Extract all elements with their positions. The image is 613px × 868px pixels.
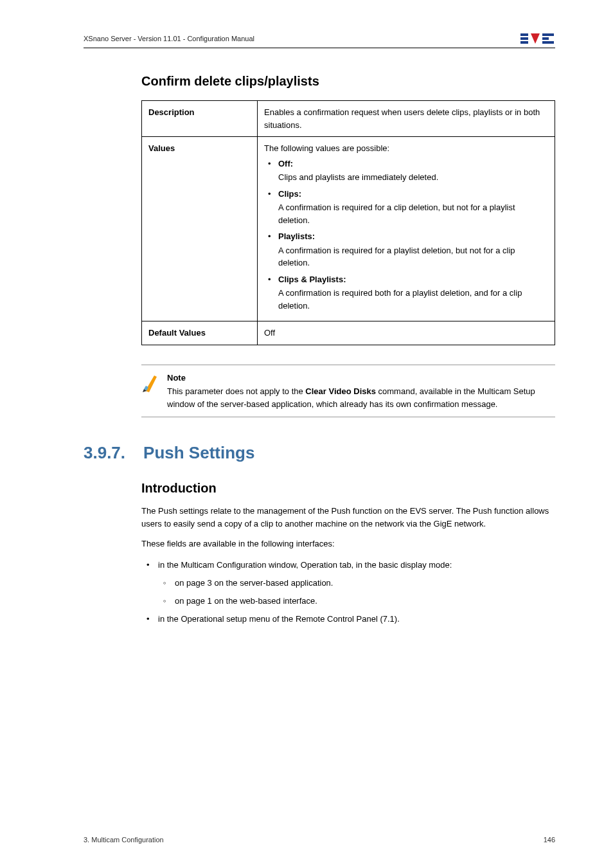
value-desc: A confirmation is required for a clip de… <box>278 201 548 226</box>
svg-rect-5 <box>542 37 549 40</box>
value-desc: Clips and playlists are immediately dele… <box>278 171 548 184</box>
chapter-title: Push Settings <box>143 443 254 463</box>
interfaces-list: in the Multicam Configuration window, Op… <box>141 558 555 626</box>
value-desc: A confirmation is required for a playlis… <box>278 244 548 269</box>
values-intro: The following values are possible: <box>264 142 548 155</box>
cell-label-values: Values <box>142 137 258 321</box>
list-item: Clips & Playlists: A confirmation is req… <box>264 273 548 312</box>
chapter-heading: 3.9.7. Push Settings <box>84 443 555 463</box>
cell-value-values: The following values are possible: Off: … <box>258 137 555 321</box>
svg-rect-4 <box>542 33 554 36</box>
cell-label-default: Default Values <box>142 321 258 345</box>
svg-marker-3 <box>531 33 540 44</box>
svg-rect-6 <box>542 41 554 44</box>
value-desc: A confirmation is required both for a pl… <box>278 287 548 312</box>
chapter-number: 3.9.7. <box>84 443 125 463</box>
svg-rect-2 <box>520 41 528 44</box>
intro-paragraph-1: The Push settings relate to the manageme… <box>141 505 555 530</box>
note-text-bold: Clear Video Disks <box>305 386 376 396</box>
svg-rect-1 <box>520 37 528 40</box>
doc-title: XSnano Server - Version 11.01 - Configur… <box>84 35 254 42</box>
list-item: Clips: A confirmation is required for a … <box>264 188 548 227</box>
table-row: Description Enables a confirmation reque… <box>142 101 555 137</box>
footer: 3. Multicam Configuration 146 <box>84 836 555 844</box>
list-item: Off: Clips and playlists are immediately… <box>264 158 548 184</box>
note-body: Note This parameter does not apply to th… <box>167 372 550 411</box>
list-item: on page 1 on the web-based interface. <box>158 594 555 608</box>
evs-logo <box>520 32 555 45</box>
cell-value-default: Off <box>258 321 555 345</box>
table-row: Values The following values are possible… <box>142 137 555 321</box>
note-block: Note This parameter does not apply to th… <box>141 365 555 418</box>
table-row: Default Values Off <box>142 321 555 345</box>
footer-left: 3. Multicam Configuration <box>84 836 164 844</box>
cell-value-description: Enables a confirmation request when user… <box>258 101 555 137</box>
intro-paragraph-2: These fields are available in the follow… <box>141 538 555 550</box>
svg-rect-0 <box>520 33 528 36</box>
cell-label-description: Description <box>142 101 258 137</box>
list-item: in the Operational setup menu of the Rem… <box>141 612 555 626</box>
value-name: Off: <box>278 158 548 170</box>
value-name: Clips & Playlists: <box>278 273 548 286</box>
value-name: Clips: <box>278 188 548 201</box>
list-item: Playlists: A confirmation is required fo… <box>264 230 548 269</box>
header-bar: XSnano Server - Version 11.01 - Configur… <box>84 32 555 48</box>
values-list: Off: Clips and playlists are immediately… <box>264 158 548 312</box>
note-title: Note <box>167 372 550 384</box>
note-icon <box>141 372 159 411</box>
introduction-heading: Introduction <box>141 481 555 496</box>
list-item: in the Multicam Configuration window, Op… <box>141 558 555 608</box>
sub-list: on page 3 on the server-based applicatio… <box>158 576 555 608</box>
footer-page-number: 146 <box>544 836 555 844</box>
list-item: on page 3 on the server-based applicatio… <box>158 576 555 590</box>
confirm-delete-table: Description Enables a confirmation reque… <box>141 100 555 345</box>
note-text-pre: This parameter does not apply to the <box>167 386 305 396</box>
list-item-text: in the Multicam Configuration window, Op… <box>158 560 452 570</box>
value-name: Playlists: <box>278 230 548 243</box>
confirm-delete-heading: Confirm delete clips/playlists <box>141 74 555 89</box>
